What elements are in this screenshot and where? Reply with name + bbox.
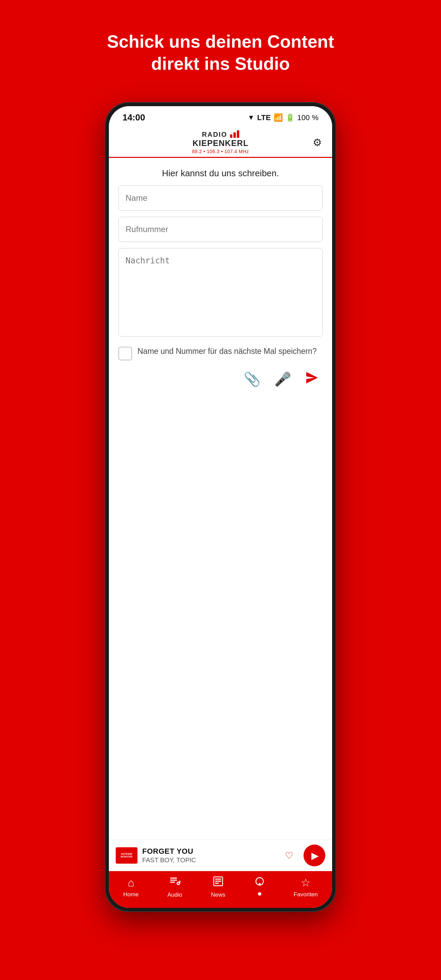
- svg-point-5: [178, 883, 179, 884]
- phone-screen: 14:00 ▼ LTE 📶 🔋 100 % RADIO: [109, 106, 332, 908]
- form-subtitle: Hier kannst du uns schreiben.: [118, 158, 323, 185]
- save-checkbox-label: Name und Nummer für das nächste Mal spei…: [137, 346, 317, 356]
- app-content: Hier kannst du uns schreiben. Name und N…: [109, 158, 332, 840]
- favoriten-icon: ☆: [301, 876, 310, 889]
- nav-item-home[interactable]: ⌂ Home: [123, 877, 139, 898]
- nav-item-favoriten[interactable]: ☆ Favoriten: [294, 876, 318, 898]
- attach-icon[interactable]: 📎: [244, 371, 261, 387]
- status-bar: 14:00 ▼ LTE 📶 🔋 100 %: [109, 106, 332, 126]
- nav-label-news: News: [211, 891, 226, 898]
- play-icon: ▶: [311, 850, 319, 861]
- battery-level: 100 %: [298, 113, 318, 122]
- song-title: FORGET YOU: [142, 847, 280, 856]
- song-artist: FAST BOY, TOPIC: [142, 856, 280, 864]
- home-icon: ⌂: [127, 877, 134, 889]
- save-checkbox[interactable]: [118, 347, 132, 360]
- logo: RADIO KIEPENKERL 88.2 • 106.3 • 107.4 MH…: [192, 130, 249, 154]
- nav-label-favoriten: Favoriten: [294, 891, 318, 898]
- svg-rect-8: [215, 878, 221, 880]
- svg-rect-3: [170, 882, 175, 883]
- name-input[interactable]: [118, 185, 323, 211]
- lte-indicator: LTE: [257, 113, 271, 122]
- logo-frequency: 88.2 • 106.3 • 107.4 MHz: [192, 149, 249, 154]
- favorite-icon[interactable]: ♡: [285, 850, 293, 861]
- svg-rect-2: [170, 880, 177, 881]
- bottom-nav: ⌂ Home Audio: [109, 871, 332, 908]
- nav-label-home: Home: [123, 891, 139, 898]
- logo-text-row: RADIO: [202, 130, 239, 138]
- svg-rect-9: [215, 881, 221, 882]
- logo-bar-2: [233, 132, 236, 138]
- chat-icon: [254, 877, 265, 890]
- wifi-icon: ▼: [248, 114, 255, 121]
- battery-icon: 🔋: [285, 113, 295, 122]
- signal-icon: 📶: [274, 113, 283, 122]
- send-icon[interactable]: [305, 371, 319, 388]
- action-icons: 📎 🎤: [118, 371, 323, 388]
- logo-kiepenkerl-text: KIEPENKERL: [193, 138, 249, 148]
- settings-icon[interactable]: ⚙: [313, 137, 322, 148]
- nav-label-audio: Audio: [167, 891, 182, 898]
- station-logo: ANTENNE MÜNSTER: [116, 847, 137, 864]
- chat-dot: [258, 892, 261, 896]
- svg-rect-6: [179, 881, 180, 883]
- now-playing-bar: ANTENNE MÜNSTER FORGET YOU FAST BOY, TOP…: [109, 840, 332, 871]
- logo-bar-1: [230, 134, 232, 138]
- svg-marker-0: [306, 372, 318, 383]
- svg-point-12: [259, 883, 261, 885]
- message-input[interactable]: [118, 248, 323, 337]
- phone-input[interactable]: [118, 217, 323, 242]
- phone-mockup: 14:00 ▼ LTE 📶 🔋 100 % RADIO: [105, 102, 336, 912]
- news-icon: [213, 876, 224, 889]
- logo-bar-3: [237, 130, 239, 138]
- svg-rect-1: [170, 878, 177, 878]
- nav-item-audio[interactable]: Audio: [167, 876, 182, 898]
- logo-bars: [230, 130, 239, 138]
- song-info: FORGET YOU FAST BOY, TOPIC: [142, 847, 280, 864]
- status-time: 14:00: [123, 112, 145, 123]
- save-checkbox-row: Name und Nummer für das nächste Mal spei…: [118, 346, 323, 360]
- svg-rect-10: [215, 883, 219, 884]
- audio-icon: [169, 876, 180, 889]
- station-logo-text: ANTENNE MÜNSTER: [116, 853, 137, 859]
- logo-radio-text: RADIO: [202, 130, 227, 138]
- microphone-icon[interactable]: 🎤: [274, 371, 291, 387]
- status-icons: ▼ LTE 📶 🔋 100 %: [248, 113, 318, 122]
- play-button[interactable]: ▶: [304, 845, 325, 866]
- top-navbar: RADIO KIEPENKERL 88.2 • 106.3 • 107.4 MH…: [109, 126, 332, 158]
- page-header: Schick uns deinen Content direkt ins Stu…: [86, 30, 354, 75]
- nav-item-chat[interactable]: [254, 877, 265, 898]
- nav-item-news[interactable]: News: [211, 876, 226, 898]
